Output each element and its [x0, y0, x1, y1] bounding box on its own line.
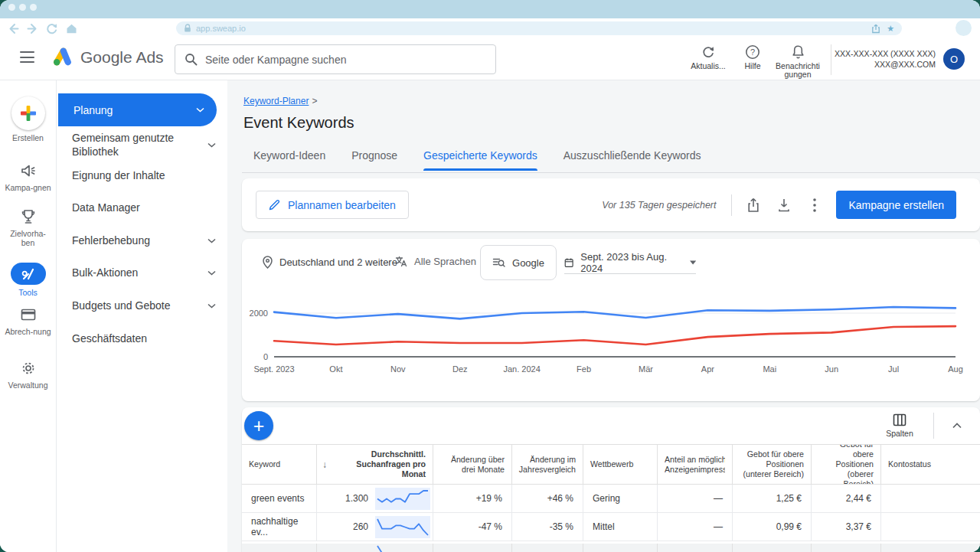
- refresh-button[interactable]: Aktualis...: [684, 44, 733, 70]
- column-header-change-3m[interactable]: Änderung über drei Monate: [433, 445, 512, 484]
- tab-auszuschliessende-keywords[interactable]: Auszuschließende Keywords: [564, 149, 701, 171]
- product-name: Google Ads: [80, 48, 164, 67]
- tab-prognose[interactable]: Prognose: [351, 149, 397, 171]
- sort-arrow-icon: ↓: [322, 460, 327, 470]
- nav-item-bulk-aktionen[interactable]: Bulk-Aktionen: [57, 260, 228, 286]
- bookmark-star-icon[interactable]: ★: [887, 24, 894, 34]
- pencil-icon: [269, 199, 280, 211]
- toolbar-divider: [731, 194, 732, 216]
- svg-text:Feb: Feb: [577, 364, 591, 374]
- svg-text:Mai: Mai: [763, 364, 776, 374]
- chevron-down-icon: [207, 270, 216, 276]
- back-icon[interactable]: [6, 21, 21, 36]
- menu-hamburger-icon[interactable]: [20, 51, 34, 63]
- account-info[interactable]: XXX-XXX-XXX (XXXX XXX) XXX@XXX.COM: [835, 48, 936, 70]
- window-zoom-button[interactable]: [30, 4, 37, 11]
- columns-button[interactable]: Spalten: [866, 413, 933, 438]
- column-header-impression-share[interactable]: Anteil an möglichenAnzeigenimpressionen: [658, 445, 733, 484]
- chevron-down-icon: [207, 238, 216, 243]
- svg-text:Sept. 2023: Sept. 2023: [253, 364, 294, 374]
- column-header-top-bid-low[interactable]: Gebot für obere Positionen (unterer Bere…: [733, 445, 812, 484]
- tab-keyword-ideen[interactable]: Keyword-Ideen: [253, 149, 325, 171]
- nav-item-planung[interactable]: Planung: [58, 93, 217, 126]
- search-network-icon: [492, 257, 505, 268]
- gear-icon: [19, 359, 38, 377]
- rail-item-zielvorhaben[interactable]: Zielvorha-ben: [0, 207, 56, 247]
- network-filter[interactable]: Google: [480, 245, 557, 280]
- main-content: Keyword-Planer> Event Keywords Keyword-I…: [227, 80, 980, 552]
- window-close-button[interactable]: [8, 4, 15, 11]
- sparkline-chart: [375, 516, 430, 538]
- column-header-change-yoy[interactable]: Änderung im Jahresvergleich: [512, 445, 583, 484]
- competition-cell: Gering: [583, 485, 658, 512]
- breadcrumb-link[interactable]: Keyword-Planer: [243, 96, 309, 106]
- help-button[interactable]: ? Hilfe: [728, 44, 777, 70]
- column-header-avg-monthly-searches[interactable]: ↓Durchschnittl. Suchanfragen pro Monat: [317, 445, 433, 484]
- collapse-table-button[interactable]: [934, 423, 980, 429]
- trend-chart: 02000Sept. 2023OktNovDezJan. 2024FebMärA…: [242, 286, 980, 386]
- create-campaign-button[interactable]: Kampagne erstellen: [836, 191, 956, 219]
- table-row[interactable]: green events 1.300 +19 % +46 % Gering — …: [242, 485, 980, 513]
- nav-item-data-manager[interactable]: Data Manager: [57, 194, 228, 220]
- chevron-down-icon: [196, 107, 204, 113]
- svg-text:?: ?: [750, 47, 755, 57]
- account-email: XXX@XXX.COM: [835, 59, 936, 70]
- home-icon[interactable]: [64, 21, 79, 36]
- google-ads-logo-icon: [52, 47, 73, 67]
- column-header-competition[interactable]: Wettbewerb: [583, 445, 658, 484]
- download-button[interactable]: [769, 190, 799, 220]
- nav-item-geschaeftsdaten[interactable]: Geschäftsdaten: [57, 325, 228, 351]
- dropdown-caret-icon: [690, 260, 696, 265]
- top-bid-high-cell: 3,37 €: [812, 513, 881, 541]
- more-options-button[interactable]: [799, 190, 830, 220]
- rail-item-tools[interactable]: Tools: [0, 263, 56, 297]
- lock-icon: [184, 24, 191, 33]
- saved-status-text: Vor 135 Tagen gespeichert: [602, 200, 716, 211]
- share-button[interactable]: [738, 190, 769, 220]
- nav-item-eignung-der-inhalte[interactable]: Eignung der Inhalte: [57, 162, 228, 188]
- forward-icon[interactable]: [25, 21, 40, 36]
- svg-text:Apr: Apr: [701, 364, 714, 374]
- notifications-button[interactable]: Benachrichti gungen: [773, 44, 822, 79]
- column-header-top-bid-high[interactable]: Gebot für obere Positionen (oberer Berei…: [812, 445, 881, 484]
- column-header-keyword[interactable]: Keyword: [242, 445, 317, 484]
- rail-item-kampagnen[interactable]: Kampa-gnen: [0, 162, 56, 192]
- impression-share-cell: —: [658, 485, 733, 512]
- bell-icon: [791, 44, 805, 60]
- url-bar[interactable]: app.sweap.io ★: [176, 21, 902, 35]
- location-pin-icon: [263, 256, 273, 269]
- nav-item-fehlerbehebung[interactable]: Fehlerbehebung: [57, 227, 228, 253]
- rail-item-verwaltung[interactable]: Verwaltung: [0, 359, 56, 390]
- edit-plan-name-button[interactable]: Plannamen bearbeiten: [256, 191, 409, 219]
- table-row[interactable]: nachhaltige ev... 260 -47 % -35 % Mittel…: [242, 513, 980, 541]
- search-input[interactable]: [205, 54, 486, 66]
- svg-text:Mär: Mär: [639, 364, 653, 374]
- table-row-partial[interactable]: [242, 544, 980, 552]
- rail-item-abrechnung[interactable]: Abrech-nung: [0, 305, 56, 336]
- window-minimize-button[interactable]: [19, 4, 26, 11]
- competition-cell: Mittel: [583, 513, 658, 541]
- browser-profile-avatar[interactable]: [956, 20, 972, 36]
- billing-card-icon: [19, 305, 38, 324]
- tab-gespeicherte-keywords[interactable]: Gespeicherte Keywords: [423, 149, 537, 171]
- nav-item-gemeinsame-bibliothek[interactable]: Gemeinsam genutzte Bibliothek: [57, 128, 228, 162]
- impression-share-cell: —: [658, 513, 733, 541]
- add-keywords-button[interactable]: +: [244, 411, 273, 440]
- google-ads-app: Google Ads Aktualis... ? Hilfe Benachric…: [0, 38, 980, 552]
- reload-icon[interactable]: [44, 21, 59, 36]
- tab-bar-divider: [242, 172, 980, 173]
- rail-item-erstellen[interactable]: Erstellen: [0, 96, 56, 142]
- top-bid-low-cell: 1,25 €: [733, 485, 812, 512]
- svg-text:Okt: Okt: [329, 364, 342, 374]
- date-range-filter[interactable]: Sept. 2023 bis Aug. 2024: [564, 251, 696, 274]
- nav-item-budgets-und-gebote[interactable]: Budgets und Gebote: [57, 292, 228, 318]
- location-filter[interactable]: Deutschland und 2 weitere: [263, 256, 397, 269]
- share-page-icon[interactable]: [871, 24, 880, 34]
- account-status-cell: [881, 513, 980, 541]
- column-header-account-status[interactable]: Kontostatus: [881, 445, 980, 484]
- top-bid-low-cell: 0,99 €: [733, 513, 812, 541]
- user-avatar[interactable]: O: [943, 48, 965, 70]
- kebab-menu-icon: [813, 198, 816, 212]
- refresh-icon: [701, 44, 716, 60]
- language-filter[interactable]: Alle Sprachen: [395, 256, 476, 267]
